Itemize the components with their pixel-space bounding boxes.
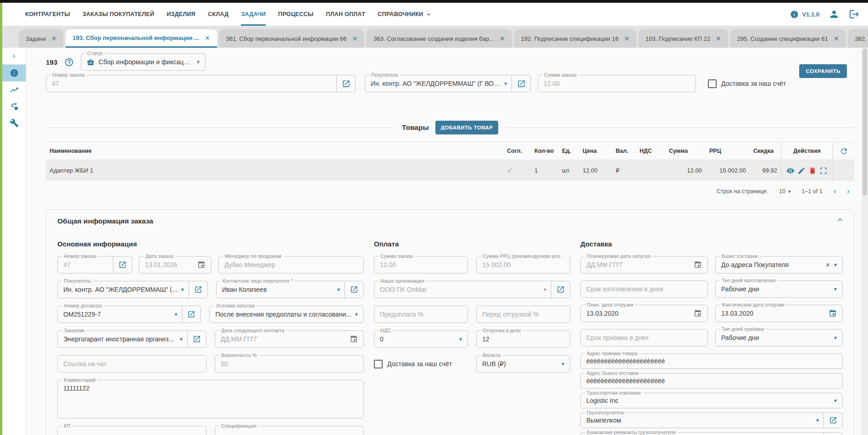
calendar-icon[interactable] <box>694 261 702 269</box>
external-link-icon[interactable] <box>512 75 530 92</box>
nav-item-contractors[interactable]: КОНТРАГЕНТЫ <box>25 3 70 26</box>
rows-per-page-select[interactable]: 10 ▾ <box>779 188 790 195</box>
dropdown-arrow-icon[interactable]: ▾ <box>816 417 819 424</box>
vat-select[interactable]: НДС 0 ▾ <box>374 330 468 348</box>
status-select[interactable]: Статус Сбор информации и фиксация в зака… <box>81 53 206 71</box>
help-icon[interactable] <box>64 57 74 67</box>
production-days-input[interactable]: Срок изготовления в днях <box>580 280 708 298</box>
production-day-type-select[interactable]: Тип дней изготовления Рабочие дни ▾ <box>715 280 843 298</box>
dropdown-arrow-icon[interactable]: ▾ <box>174 311 177 318</box>
calendar-icon[interactable] <box>694 309 702 318</box>
customer-select[interactable]: Заказчик Энергогарант иностранная органи… <box>57 330 206 348</box>
external-link-icon[interactable] <box>182 306 200 323</box>
external-link-icon[interactable] <box>823 413 842 428</box>
planned-launch-date-field[interactable]: Планируемая дата запуска ДД.ММ.ГГГГ <box>580 256 708 273</box>
dropdown-arrow-icon[interactable]: ▾ <box>562 361 564 367</box>
view-icon[interactable] <box>786 167 795 175</box>
sidebar-item-tools[interactable] <box>2 115 26 131</box>
buyer-contact-select[interactable]: Контактное лицо покупателя * Иван Колизе… <box>216 281 364 298</box>
previous-page-icon[interactable]: ‹ <box>834 187 836 196</box>
edit-icon[interactable] <box>797 167 806 175</box>
tab-382[interactable]: 382. Подписание <box>848 29 868 48</box>
kp-field[interactable]: КП — <box>57 426 206 435</box>
rrp-sum-field[interactable]: Сумма РРЦ (рекомендуемая розничн... 15 0… <box>476 256 570 273</box>
acceptance-day-type-select[interactable]: Тип дней приёмки Рабочие дни ▾ <box>715 329 843 346</box>
dropdown-arrow-icon[interactable]: ▾ <box>355 311 358 318</box>
chat-link-input[interactable]: Ссылка на чат <box>57 355 206 373</box>
close-icon[interactable]: ✕ <box>500 35 505 42</box>
consignee-select[interactable]: Грузополучатель Вымпелком ▾ <box>580 413 843 428</box>
specification-field[interactable]: Спецификация — <box>215 426 364 435</box>
our-organization-select[interactable]: Наша организация ООО ПК ОлМаг ▾ <box>374 281 570 298</box>
prepayment-input[interactable]: Предоплата % <box>374 306 468 323</box>
checkbox[interactable] <box>708 79 717 88</box>
comment-textarea[interactable]: Комментарий 11111122 <box>57 380 364 418</box>
dropdown-arrow-icon[interactable]: ▾ <box>834 335 837 341</box>
tab-tasks[interactable]: Задачи ✕ <box>19 29 63 48</box>
expand-fullscreen-icon[interactable] <box>819 167 828 175</box>
transport-company-select[interactable]: Транспортная компания Logistic Inc ▾ <box>580 393 843 408</box>
close-icon[interactable]: ✕ <box>716 35 721 42</box>
order-date-field[interactable]: Дата заказа 13.01.2026 <box>139 256 211 273</box>
external-link-icon[interactable] <box>189 281 207 298</box>
next-contact-date-field[interactable]: Дата следующего контакта ДД.ММ.ГГГГ <box>215 330 364 348</box>
nav-item-warehouse[interactable]: СКЛАД <box>208 3 228 26</box>
calendar-icon[interactable] <box>829 309 837 318</box>
nav-item-tasks[interactable]: ЗАДАЧИ <box>241 3 266 26</box>
scrollbar-thumb[interactable] <box>862 49 867 195</box>
next-page-icon[interactable]: › <box>847 187 850 196</box>
currency-select[interactable]: Валюта RUB (₽) ▾ <box>476 355 570 373</box>
checkbox[interactable] <box>374 360 383 368</box>
dropdown-arrow-icon[interactable]: ▾ <box>834 286 837 292</box>
dropdown-arrow-icon[interactable]: ▾ <box>180 336 183 342</box>
nav-item-processes[interactable]: ПРОЦЕССЫ <box>278 3 313 26</box>
external-link-icon[interactable] <box>113 257 132 273</box>
actual-ship-date-field[interactable]: Фактическая дата отгрузки 13.03.2020 <box>715 305 843 322</box>
sidebar-item-process[interactable] <box>2 98 26 115</box>
external-link-icon[interactable] <box>345 281 363 298</box>
sidebar-item-analytics[interactable] <box>2 82 26 98</box>
dropdown-arrow-icon[interactable]: ▾ <box>337 286 340 293</box>
tab-361[interactable]: 361. Сбор первоначальной информации 66 ✕ <box>219 29 365 48</box>
close-icon[interactable]: ✕ <box>834 35 839 42</box>
order-number-field[interactable]: Номер заказа 47 <box>57 256 132 273</box>
dropdown-arrow-icon[interactable]: ▾ <box>834 262 837 268</box>
tab-295[interactable]: 295. Создание спецификации 61 ✕ <box>730 29 846 48</box>
product-table-row[interactable]: Адаптер ЖБИ 1 ✓ 1 шт 12.00 ₽ 12.00 15 00… <box>46 160 854 181</box>
external-link-icon[interactable] <box>187 331 206 347</box>
dropdown-arrow-icon[interactable]: ▾ <box>181 286 184 293</box>
clear-icon[interactable]: ✕ <box>825 262 830 268</box>
payment-order-sum-field[interactable]: Сумма заказа 12.00 <box>374 256 468 273</box>
view-icon[interactable] <box>823 433 842 435</box>
logout-icon[interactable] <box>849 9 860 20</box>
launch-terms-select[interactable]: Условия запуска После внесения предоплат… <box>209 306 364 323</box>
refresh-icon[interactable] <box>833 142 854 160</box>
save-button[interactable]: СОХРАНИТЬ <box>799 64 847 78</box>
plan-ship-date-field[interactable]: План. дата отгрузки 13.03.2020 <box>580 305 708 322</box>
deferral-days-field[interactable]: Отсрочка в днях 12 <box>476 330 570 348</box>
dropdown-arrow-icon[interactable]: ▾ <box>544 286 546 293</box>
collapse-section-icon[interactable] <box>835 215 845 224</box>
close-icon[interactable]: ✕ <box>624 35 629 42</box>
version-info[interactable]: V1.1.0 <box>790 10 819 19</box>
buyer-select[interactable]: Покупатель Ин. контр. АО "ЖЕЛДОРРЕММАШ" … <box>57 281 208 298</box>
order-sum-field[interactable]: Сумма заказа 12.00 <box>538 75 696 92</box>
close-icon[interactable]: ✕ <box>352 35 358 42</box>
tab-192[interactable]: 192. Подписание спецификации 16 ✕ <box>514 29 637 48</box>
delivery-basis-select[interactable]: Базис поставки До адреса Покупателя ✕ ▾ <box>715 256 843 273</box>
dropdown-arrow-icon[interactable]: ▾ <box>834 397 837 404</box>
nav-item-payment-plan[interactable]: ПЛАН ОПЛАТ <box>326 3 365 26</box>
add-product-button[interactable]: ДОБАВИТЬ ТОВАР <box>435 121 498 134</box>
nav-item-references[interactable]: СПРАВОЧНИКИ <box>378 3 432 26</box>
close-icon[interactable]: ✕ <box>51 35 57 42</box>
basis-address-input[interactable]: Адрес базиса поставки ёёёёёёёёёёёёёёёёёё… <box>580 373 843 389</box>
contract-number-select[interactable]: Номер договора ОМ251229-7 ▾ <box>57 306 201 323</box>
dropdown-arrow-icon[interactable]: ▾ <box>504 80 507 87</box>
buyer-select[interactable]: Покупатель Ин. контр. АО "ЖЕЛДОРРЕММАШ" … <box>365 75 531 92</box>
external-link-icon[interactable] <box>551 281 570 298</box>
before-shipment-input[interactable]: Перед отгрузкой % <box>476 306 570 323</box>
acceptance-days-input[interactable]: Срок приёмки в днях <box>580 329 708 346</box>
probability-field[interactable]: Вероятность % 50 <box>215 355 364 373</box>
acceptance-address-input[interactable]: Адрес приёмки товара ёёёёёёёёёёёёёёёёёёё… <box>580 353 843 369</box>
close-icon[interactable]: ✕ <box>205 34 210 42</box>
